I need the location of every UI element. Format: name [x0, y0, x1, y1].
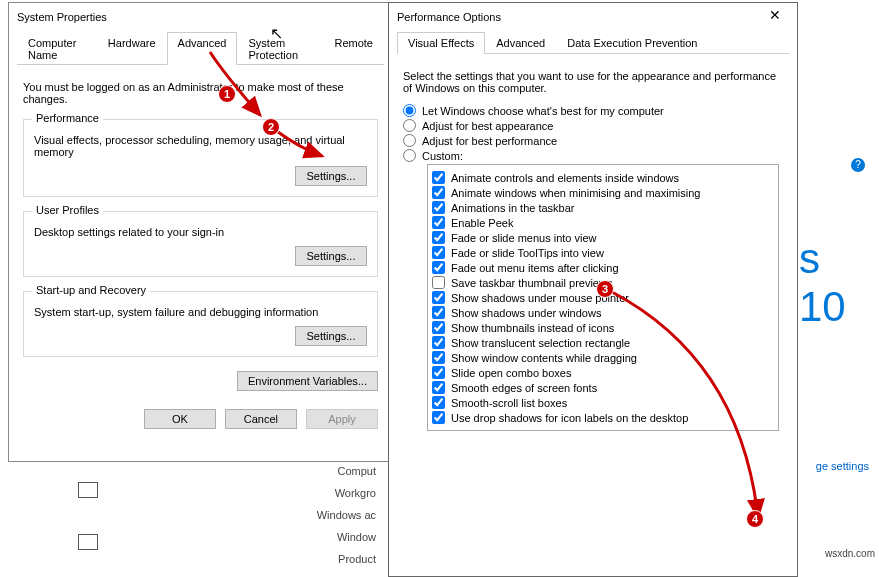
po-tab-advanced[interactable]: Advanced [485, 32, 556, 54]
marker-4: 4 [746, 510, 764, 528]
check-13[interactable]: Slide open combo boxes [432, 366, 774, 379]
prof-settings-button[interactable]: Settings... [295, 246, 367, 266]
profiles-group: User Profiles Desktop settings related t… [23, 211, 378, 277]
check-label-6: Fade out menu items after clicking [451, 262, 619, 274]
perf-settings-button[interactable]: Settings... [295, 166, 367, 186]
cancel-button[interactable]: Cancel [225, 409, 297, 429]
check-input-7[interactable] [432, 276, 445, 289]
marker-1: 1 [218, 85, 236, 103]
radio-label-1: Adjust for best appearance [422, 120, 553, 132]
check-4[interactable]: Fade or slide menus into view [432, 231, 774, 244]
bg-computer-labels: ComputWorkgroWindows acWindowProduct [296, 460, 376, 570]
marker-2: 2 [262, 118, 280, 136]
check-label-0: Animate controls and elements inside win… [451, 172, 679, 184]
check-label-4: Fade or slide menus into view [451, 232, 597, 244]
po-tab-data-execution-prevention[interactable]: Data Execution Prevention [556, 32, 708, 54]
check-input-1[interactable] [432, 186, 445, 199]
check-9[interactable]: Show shadows under windows [432, 306, 774, 319]
po-tab-visual-effects[interactable]: Visual Effects [397, 32, 485, 54]
radio-input-3[interactable] [403, 149, 416, 162]
check-input-15[interactable] [432, 396, 445, 409]
check-label-15: Smooth-scroll list boxes [451, 397, 567, 409]
background-panel: s 10 ? ge settings [799, 40, 879, 560]
check-0[interactable]: Animate controls and elements inside win… [432, 171, 774, 184]
perf-title: Performance [32, 112, 103, 124]
system-properties-dialog: System Properties Computer NameHardwareA… [8, 2, 393, 462]
radio-3[interactable]: Custom: [403, 149, 783, 162]
sp-tab-remote[interactable]: Remote [323, 32, 384, 65]
check-input-9[interactable] [432, 306, 445, 319]
radio-input-0[interactable] [403, 104, 416, 117]
monitor-icon [78, 482, 98, 498]
check-label-14: Smooth edges of screen fonts [451, 382, 597, 394]
admin-note: You must be logged on as an Administrato… [23, 81, 378, 105]
check-input-5[interactable] [432, 246, 445, 259]
check-15[interactable]: Smooth-scroll list boxes [432, 396, 774, 409]
check-input-16[interactable] [432, 411, 445, 424]
sp-tab-computer-name[interactable]: Computer Name [17, 32, 97, 65]
check-6[interactable]: Fade out menu items after clicking [432, 261, 774, 274]
radio-2[interactable]: Adjust for best performance [403, 134, 783, 147]
check-label-1: Animate windows when minimising and maxi… [451, 187, 700, 199]
sp-tab-hardware[interactable]: Hardware [97, 32, 167, 65]
check-label-13: Slide open combo boxes [451, 367, 571, 379]
sp-tab-advanced[interactable]: Advanced [167, 32, 238, 65]
check-label-16: Use drop shadows for icon labels on the … [451, 412, 688, 424]
help-icon[interactable]: ? [851, 158, 865, 172]
performance-group: Performance Visual effects, processor sc… [23, 119, 378, 197]
check-14[interactable]: Smooth edges of screen fonts [432, 381, 774, 394]
apply-button: Apply [306, 409, 378, 429]
po-title: Performance Options [397, 11, 501, 23]
check-12[interactable]: Show window contents while dragging [432, 351, 774, 364]
check-5[interactable]: Fade or slide ToolTips into view [432, 246, 774, 259]
check-11[interactable]: Show translucent selection rectangle [432, 336, 774, 349]
check-input-3[interactable] [432, 216, 445, 229]
watermark: wsxdn.com [825, 548, 875, 559]
po-intro: Select the settings that you want to use… [403, 70, 783, 94]
check-input-10[interactable] [432, 321, 445, 334]
check-label-2: Animations in the taskbar [451, 202, 575, 214]
env-vars-button[interactable]: Environment Variables... [237, 371, 378, 391]
start-desc: System start-up, system failure and debu… [34, 306, 367, 318]
start-settings-button[interactable]: Settings... [295, 326, 367, 346]
start-title: Start-up and Recovery [32, 284, 150, 296]
sp-title: System Properties [17, 11, 107, 23]
check-2[interactable]: Animations in the taskbar [432, 201, 774, 214]
window-icon [78, 534, 98, 550]
check-input-6[interactable] [432, 261, 445, 274]
performance-options-dialog: Performance Options ✕ Visual EffectsAdva… [388, 2, 798, 577]
check-label-7: Save taskbar thumbnail previews [451, 277, 612, 289]
radio-label-2: Adjust for best performance [422, 135, 557, 147]
po-tabstrip: Visual EffectsAdvancedData Execution Pre… [397, 31, 789, 54]
check-input-0[interactable] [432, 171, 445, 184]
sp-titlebar: System Properties [9, 3, 392, 31]
startup-group: Start-up and Recovery System start-up, s… [23, 291, 378, 357]
check-input-2[interactable] [432, 201, 445, 214]
check-input-13[interactable] [432, 366, 445, 379]
perf-desc: Visual effects, processor scheduling, me… [34, 134, 367, 158]
radio-input-2[interactable] [403, 134, 416, 147]
check-input-4[interactable] [432, 231, 445, 244]
radio-label-3: Custom: [422, 150, 463, 162]
radio-1[interactable]: Adjust for best appearance [403, 119, 783, 132]
radio-input-1[interactable] [403, 119, 416, 132]
check-label-12: Show window contents while dragging [451, 352, 637, 364]
check-input-8[interactable] [432, 291, 445, 304]
check-3[interactable]: Enable Peek [432, 216, 774, 229]
radio-0[interactable]: Let Windows choose what's best for my co… [403, 104, 783, 117]
check-input-11[interactable] [432, 336, 445, 349]
check-1[interactable]: Animate windows when minimising and maxi… [432, 186, 774, 199]
check-input-12[interactable] [432, 351, 445, 364]
check-label-9: Show shadows under windows [451, 307, 601, 319]
check-input-14[interactable] [432, 381, 445, 394]
close-icon[interactable]: ✕ [755, 4, 795, 30]
check-16[interactable]: Use drop shadows for icon labels on the … [432, 411, 774, 424]
check-label-11: Show translucent selection rectangle [451, 337, 630, 349]
radio-label-0: Let Windows choose what's best for my co… [422, 105, 664, 117]
prof-desc: Desktop settings related to your sign-in [34, 226, 367, 238]
change-settings-link[interactable]: ge settings [816, 460, 869, 472]
check-10[interactable]: Show thumbnails instead of icons [432, 321, 774, 334]
windows10-brand: s 10 [799, 235, 867, 331]
check-label-10: Show thumbnails instead of icons [451, 322, 614, 334]
ok-button[interactable]: OK [144, 409, 216, 429]
